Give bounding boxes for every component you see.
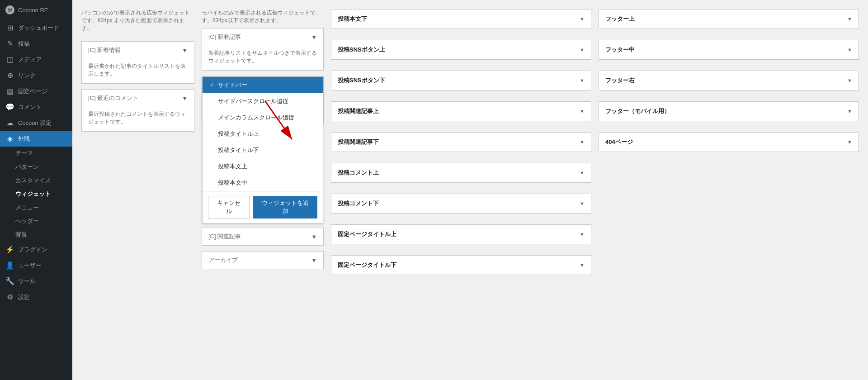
- widget-item-desc-2: 最近投稿されたコメントを表示するウィジェットです。: [82, 107, 194, 131]
- widget-item-header: [C] 新着情報 ▼: [82, 42, 194, 59]
- area-post-sns-bottom[interactable]: 投稿SNSボタン下 ▼: [331, 71, 591, 90]
- media-icon: ◫: [5, 55, 14, 64]
- sidebar-item-media[interactable]: ◫ メディア: [0, 52, 72, 67]
- dropdown-option-main-scroll[interactable]: メインカラムスクロール追従: [203, 109, 323, 126]
- widget-item-archive: アーカイブ ▼: [202, 251, 324, 269]
- sidebar-sub-themes[interactable]: テーマ: [0, 147, 72, 160]
- sidebar-sub-background[interactable]: 背景: [0, 228, 72, 242]
- area-post-related-top[interactable]: 投稿関連記事上 ▼: [331, 101, 591, 121]
- sidebar-item-links[interactable]: ⊕ リンク: [0, 67, 72, 83]
- sidebar-item-tools[interactable]: 🔧 ツール: [0, 273, 72, 289]
- area-label-1: 投稿SNSボタン上: [338, 46, 385, 54]
- area-post-related-bottom[interactable]: 投稿関連記事下 ▼: [331, 132, 591, 152]
- area-arrow-icon-1: ▼: [580, 47, 585, 52]
- column-1: パソコンのみで表示される広告ウィジェットです。834px より大きな画面で表示さ…: [81, 9, 194, 132]
- area-arrow-icon-7: ▼: [580, 232, 585, 237]
- area-label: 投稿本文下: [338, 15, 367, 23]
- area-footer-mobile[interactable]: フッター（モバイル用） ▼: [599, 101, 859, 121]
- area-arrow-icon-f3: ▼: [847, 109, 852, 114]
- sidebar-sub-customize[interactable]: カスタマイズ: [0, 174, 72, 187]
- cancel-button[interactable]: キャンセル: [208, 196, 250, 218]
- sidebar-item-posts[interactable]: ✎ 投稿: [0, 36, 72, 52]
- dropdown-option-sidebar-scroll[interactable]: サイドバースクロール追従: [203, 93, 323, 109]
- sidebar-label-tools: ツール: [18, 277, 36, 285]
- area-label-7: 固定ページタイトル上: [338, 230, 396, 238]
- cocoon-icon: ☁: [5, 119, 14, 127]
- col2-bottom: [C] 関連記事 ▼ アーカイブ ▼: [202, 228, 324, 269]
- widget-related-header: [C] 関連記事 ▼: [202, 228, 323, 245]
- area-post-sns-top[interactable]: 投稿SNSボタン上 ▼: [331, 40, 591, 60]
- dropdown-option-label-4: 投稿タイトル下: [218, 146, 259, 154]
- widget-item-comments: [C] 最近のコメント ▼ 最近投稿されたコメントを表示するウィジェットです。: [81, 89, 194, 132]
- sidebar-label-media: メディア: [18, 56, 42, 64]
- dropdown-arrow-icon-2: ▼: [182, 95, 188, 102]
- dropdown-option-sidebar[interactable]: ✓ サイドバー: [203, 77, 323, 93]
- dropdown-widget-area: [C] 目次 ▲ 目次リンクを表示するだけのウィジェットです。 ✓ サイドバー …: [202, 76, 324, 124]
- sidebar-item-pages[interactable]: ▤ 固定ページ: [0, 83, 72, 99]
- area-footer-right[interactable]: フッター右 ▼: [599, 71, 859, 90]
- area-label-3: 投稿関連記事上: [338, 107, 379, 115]
- area-post-body-bottom[interactable]: 投稿本文下 ▼: [331, 9, 591, 29]
- comments-icon: 💬: [5, 103, 14, 111]
- links-icon: ⊕: [5, 71, 14, 80]
- dropdown-option-label-0: サイドバー: [218, 81, 247, 89]
- sidebar-label-dashboard: ダッシュボード: [18, 24, 59, 32]
- sidebar-item-comments[interactable]: 💬 コメント: [0, 99, 72, 115]
- sidebar-sub-widgets[interactable]: ウィジェット: [0, 187, 72, 201]
- widget-item-shinchaku: [C] 新着情報 ▼ 最近書かれた記事のタイトルリストを表示します。: [81, 41, 194, 84]
- sidebar-label-appearance: 外観: [18, 135, 30, 143]
- area-arrow-icon-4: ▼: [580, 139, 585, 145]
- check-icon: ✓: [210, 82, 214, 88]
- widget-item-new-articles: [C] 新着記事 ▼ 新着記事リストをサムネイルつきで表示するウィジェットです。: [202, 28, 324, 71]
- dropdown-option-label-1: サイドバースクロール追従: [218, 97, 288, 105]
- dropdown-arrow-icon-3: ▼: [311, 34, 317, 41]
- dropdown-option-post-title-top[interactable]: 投稿タイトル上: [203, 126, 323, 142]
- area-post-comment-top[interactable]: 投稿コメント上 ▼: [331, 163, 591, 183]
- area-arrow-icon-3: ▼: [580, 109, 585, 114]
- dropdown-actions: キャンセル ウィジェットを追加: [203, 191, 323, 223]
- sidebar-label-settings: 設定: [18, 293, 30, 301]
- settings-icon: ⚙: [5, 293, 14, 301]
- add-widget-button[interactable]: ウィジェットを追加: [253, 196, 317, 218]
- sidebar-logo: W Cocoon RE: [0, 0, 72, 20]
- sidebar-item-cocoon[interactable]: ☁ Cocoon 設定: [0, 115, 72, 131]
- sidebar-sub-patterns[interactable]: パターン: [0, 160, 72, 174]
- sidebar-item-users[interactable]: 👤 ユーザー: [0, 257, 72, 273]
- area-fixed-title-top[interactable]: 固定ページタイトル上 ▼: [331, 224, 591, 244]
- sidebar-item-appearance[interactable]: ◈ 外観: [0, 131, 72, 147]
- sidebar-site-name: Cocoon RE: [18, 7, 48, 14]
- widget-layout: パソコンのみで表示される広告ウィジェットです。834px より大きな画面で表示さ…: [81, 9, 859, 280]
- area-arrow-icon-f2: ▼: [847, 78, 852, 83]
- widget-item-desc-3: 新着記事リストをサムネイルつきで表示するウィジェットです。: [202, 46, 323, 70]
- dropdown-option-post-title-bottom[interactable]: 投稿タイトル下: [203, 142, 323, 158]
- area-label-f1: フッター中: [605, 46, 635, 54]
- widget-item-header-2: [C] 最近のコメント ▼: [82, 90, 194, 107]
- area-arrow-icon-5: ▼: [580, 170, 585, 176]
- area-footer-top[interactable]: フッター上 ▼: [599, 9, 859, 29]
- area-footer-mid[interactable]: フッター中 ▼: [599, 40, 859, 60]
- dashboard-icon: ⊞: [5, 24, 14, 32]
- sidebar-item-dashboard[interactable]: ⊞ ダッシュボード: [0, 20, 72, 36]
- sidebar-sub-menus[interactable]: メニュー: [0, 201, 72, 214]
- widget-related-title: [C] 関連記事: [208, 233, 241, 241]
- sidebar-item-settings[interactable]: ⚙ 設定: [0, 289, 72, 305]
- col2-top-desc-mobile: モバイルのみで表示される広告ウィジェットです。834px以下で表示されます。: [202, 9, 324, 24]
- area-404[interactable]: 404ページ ▼: [599, 132, 859, 152]
- widget-item-desc: 最近書かれた記事のタイトルリストを表示します。: [82, 59, 194, 83]
- area-post-comment-bottom[interactable]: 投稿コメント下 ▼: [331, 194, 591, 214]
- widget-archive-title: アーカイブ: [208, 256, 238, 264]
- sidebar-sub-header[interactable]: ヘッダー: [0, 214, 72, 228]
- dropdown-option-label-5: 投稿本文上: [218, 162, 247, 171]
- area-label-4: 投稿関連記事下: [338, 138, 379, 146]
- sidebar-label-posts: 投稿: [18, 40, 30, 48]
- area-arrow-icon-6: ▼: [580, 201, 585, 206]
- sidebar-item-plugins[interactable]: ⚡ プラグイン: [0, 242, 72, 257]
- area-fixed-title-bottom[interactable]: 固定ページタイトル下 ▼: [331, 255, 591, 275]
- dropdown-arrow-icon-5: ▼: [311, 257, 317, 264]
- dropdown-option-post-body-top[interactable]: 投稿本文上: [203, 158, 323, 175]
- plugins-icon: ⚡: [5, 245, 14, 254]
- users-icon: 👤: [5, 261, 14, 270]
- col1-top-desc: パソコンのみで表示される広告ウィジェットです。834px より大きな画面で表示さ…: [81, 9, 194, 32]
- widget-item-title-2: [C] 最近のコメント: [88, 94, 138, 102]
- dropdown-option-post-body-mid[interactable]: 投稿本文中: [203, 175, 323, 191]
